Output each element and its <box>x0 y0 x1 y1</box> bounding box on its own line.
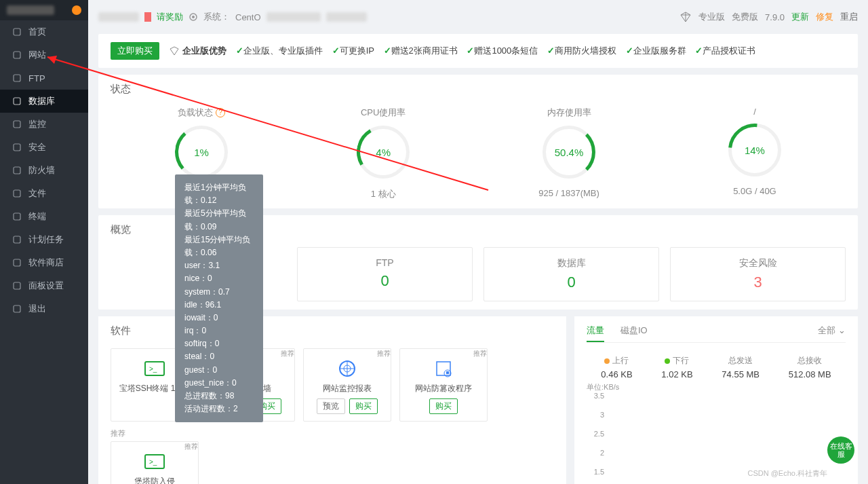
db-icon <box>12 96 22 106</box>
gauge-ring[interactable]: 1% <box>175 126 228 179</box>
restart-link[interactable]: 重启 <box>840 11 858 23</box>
promo-feature: 商用防火墙授权 <box>555 45 616 56</box>
sw-icon: >_ <box>142 451 167 472</box>
sw-购买-button[interactable]: 购买 <box>349 398 378 414</box>
gauge-ring[interactable]: 14% <box>728 124 781 176</box>
sidebar-item-db[interactable]: 数据库 <box>0 90 88 113</box>
gauge-0: 负载状态?1%最近1分钟平均负载：0.12最近5分钟平均负载：0.09最近15分… <box>175 107 228 188</box>
check-icon: ✓ <box>467 45 474 56</box>
overview-card-value: 0 <box>484 274 658 291</box>
sidebar-item-settings[interactable]: 面板设置 <box>0 274 88 297</box>
sidebar-item-label: 文件 <box>28 187 46 200</box>
sidebar-item-label: 安全 <box>28 141 46 153</box>
sw-name: 网站监控报表 <box>304 383 391 394</box>
sw-预览-button[interactable]: 预览 <box>317 398 345 414</box>
check-icon: ✓ <box>626 45 633 56</box>
sidebar-logo <box>0 0 88 20</box>
promo-feature: 赠送2张商用证书 <box>391 45 458 56</box>
sidebar-item-firewall[interactable]: 防火墙 <box>0 159 88 182</box>
stat-value: 512.08 MB <box>789 369 831 379</box>
sidebar-item-shield[interactable]: 安全 <box>0 136 88 159</box>
check-icon: ✓ <box>236 45 243 56</box>
edition-free: 免费版 <box>732 11 758 23</box>
folder-icon <box>12 189 22 198</box>
chart-unit: 单位:KB/s <box>587 382 619 392</box>
sidebar-item-monitor[interactable]: 监控 <box>0 113 88 136</box>
svg-point-14 <box>192 16 195 18</box>
software-card: 推荐网站防篡改程序购买 <box>399 348 488 422</box>
gauge-ring[interactable]: 4% <box>357 126 410 179</box>
sidebar-item-home[interactable]: 首页 <box>0 20 88 43</box>
sidebar-item-folder[interactable]: 文件 <box>0 182 88 205</box>
gauge-label: 负载状态? <box>175 107 228 119</box>
reward-link[interactable]: 请奖励 <box>157 11 183 23</box>
sidebar-item-cron[interactable]: 计划任务 <box>0 228 88 251</box>
promo-title: 企业版优势 <box>169 45 226 57</box>
logout-icon <box>12 304 22 314</box>
store-icon <box>12 258 22 267</box>
recommend-tag: 推荐 <box>184 442 198 451</box>
help-icon[interactable]: ? <box>216 108 225 117</box>
dot-icon <box>665 358 670 364</box>
sidebar-item-store[interactable]: 软件商店 <box>0 251 88 274</box>
tab-traffic[interactable]: 流量 <box>587 324 604 342</box>
promo-feature: 可更换IP <box>340 45 374 56</box>
watermark: CSDN @Echo.科社青年 <box>747 468 827 479</box>
sidebar-item-terminal[interactable]: 终端 <box>0 205 88 228</box>
sw-购买-button[interactable]: 购买 <box>429 398 458 414</box>
software-panel: 软件 >_宝塔SSH终端 1.0▶推荐WAF网站防火墙预览购买推荐网站监控报表预… <box>98 316 566 484</box>
sidebar-item-label: 面板设置 <box>28 280 64 292</box>
svg-rect-11 <box>14 282 20 289</box>
stat-label: 总接收 <box>797 355 822 367</box>
promo-feature: 产品授权证书 <box>703 45 755 56</box>
repair-link[interactable]: 修复 <box>816 11 833 23</box>
shield-icon <box>12 143 22 152</box>
svg-rect-8 <box>14 213 20 220</box>
sidebar-item-label: 首页 <box>28 26 46 38</box>
sidebar-item-label: 数据库 <box>28 95 55 107</box>
sidebar: 首页网站FTP数据库监控安全防火墙文件终端计划任务软件商店面板设置退出 <box>0 0 88 484</box>
sw-icon: >_ <box>142 358 167 379</box>
stat-value: 74.55 MB <box>722 369 760 379</box>
y-label: 3.5 <box>594 392 604 400</box>
support-fab[interactable]: 在线客服 <box>827 436 854 464</box>
gauge-1: CPU使用率4%1 核心 <box>357 107 410 200</box>
recommend-tag: 推荐 <box>473 349 487 358</box>
overview-card[interactable]: 安全风险3 <box>670 247 846 301</box>
main-content: 请奖励 系统： CentO 专业版 免费版 7.9.0 更新 修复 重启 立即购… <box>88 0 868 484</box>
overview-card[interactable]: 数据库0 <box>484 247 659 301</box>
svg-rect-5 <box>14 144 20 151</box>
update-link[interactable]: 更新 <box>791 11 809 23</box>
all-dropdown[interactable]: 全部 ⌄ <box>818 324 846 337</box>
sidebar-item-globe[interactable]: 网站 <box>0 43 88 67</box>
gauge-sub: 1 核心 <box>357 188 410 200</box>
svg-rect-9 <box>14 236 20 243</box>
svg-rect-0 <box>14 29 20 35</box>
stat-label: 上行 <box>612 355 629 367</box>
sidebar-item-logout[interactable]: 退出 <box>0 297 88 320</box>
check-icon: ✓ <box>695 45 703 56</box>
gauge-ring[interactable]: 50.4% <box>542 126 595 179</box>
recommend-tag: 推荐 <box>281 349 294 358</box>
promo-bar: 立即购买 企业版优势 ✓企业版、专业版插件 ✓可更换IP ✓赠送2张商用证书 ✓… <box>98 34 858 68</box>
sidebar-item-ftp[interactable]: FTP <box>0 67 88 90</box>
svg-text:>_: >_ <box>149 365 157 373</box>
sidebar-item-label: 监控 <box>28 118 46 130</box>
overview-card-value: 0 <box>298 272 472 290</box>
gauge-label: / <box>728 107 781 117</box>
recommend-tag: 推荐 <box>377 349 391 358</box>
status-title: 状态 <box>111 83 846 96</box>
svg-rect-10 <box>14 259 20 266</box>
settings-icon <box>12 281 22 291</box>
system-value: CentO <box>235 12 261 22</box>
stat-value: 1.02 KB <box>661 369 692 379</box>
edition-pro: 专业版 <box>698 11 725 23</box>
buy-now-button[interactable]: 立即购买 <box>111 42 159 60</box>
promo-feature: 赠送1000条短信 <box>474 45 538 56</box>
promo-feature: 企业版服务群 <box>633 45 686 56</box>
version: 7.9.0 <box>765 12 785 22</box>
tab-diskio[interactable]: 磁盘IO <box>620 324 648 337</box>
gauge-sub: 925 / 1837(MB) <box>538 188 599 198</box>
traffic-tabs: 流量 磁盘IO 全部 ⌄ <box>587 324 846 343</box>
overview-card[interactable]: FTP0 <box>297 247 473 301</box>
